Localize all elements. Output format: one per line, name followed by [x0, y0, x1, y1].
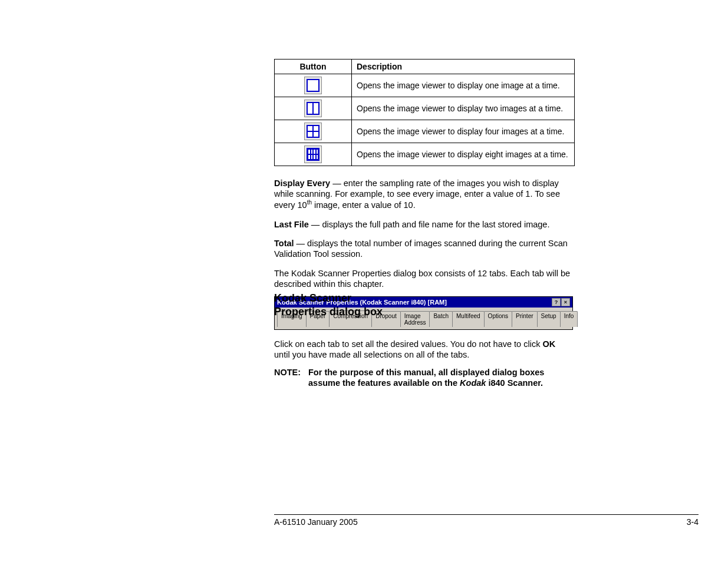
tab-batch: Batch	[429, 311, 453, 327]
header-button: Button	[275, 59, 352, 74]
tab-options: Options	[484, 311, 512, 327]
intro-para: The Kodak Scanner Properties dialog box …	[274, 268, 572, 289]
one-image-icon	[304, 77, 322, 94]
footer-right: 3-4	[687, 517, 699, 527]
table-row: Opens the image viewer to display one im…	[275, 74, 575, 97]
footer-left: A-61510 January 2005	[274, 517, 358, 527]
table-row: Opens the image viewer to display four i…	[275, 120, 575, 143]
page-footer: A-61510 January 2005 3-4	[274, 514, 699, 527]
desc-cell: Opens the image viewer to display four i…	[352, 120, 575, 143]
two-image-icon	[304, 100, 322, 117]
section-heading: Kodak Scanner Properties dialog box	[274, 292, 386, 318]
tab-info: Info	[560, 311, 578, 327]
total-label: Total	[274, 239, 294, 248]
desc-cell: Opens the image viewer to display one im…	[352, 74, 575, 97]
help-icon: ?	[552, 298, 561, 306]
table-row: Opens the image viewer to display two im…	[275, 97, 575, 120]
desc-cell: Opens the image viewer to display two im…	[352, 97, 575, 120]
tab-multifeed: Multifeed	[452, 311, 485, 327]
tab-image-address: Image Address	[400, 311, 430, 327]
display-every-label: Display Every	[274, 178, 330, 188]
header-description: Description	[352, 59, 575, 74]
eight-image-icon	[304, 146, 322, 163]
tab-printer: Printer	[512, 311, 537, 327]
last-file-para: Last File — displays the full path and f…	[274, 219, 572, 230]
display-every-para: Display Every — enter the sampling rate …	[274, 178, 572, 210]
total-para: Total — displays the total number of ima…	[274, 238, 572, 259]
last-file-label: Last File	[274, 220, 309, 229]
close-icon: ×	[561, 298, 570, 306]
table-row: Opens the image viewer to display eight …	[275, 143, 575, 166]
main-content: Button Description Opens the image viewe…	[274, 59, 701, 388]
note-para: NOTE: For the purpose of this manual, al…	[274, 367, 572, 388]
note-label: NOTE:	[274, 367, 308, 388]
tab-setup: Setup	[537, 311, 561, 327]
button-description-table: Button Description Opens the image viewe…	[274, 59, 575, 166]
click-text-para: Click on each tab to set all the desired…	[274, 339, 572, 360]
desc-cell: Opens the image viewer to display eight …	[352, 143, 575, 166]
four-image-icon	[304, 123, 322, 140]
